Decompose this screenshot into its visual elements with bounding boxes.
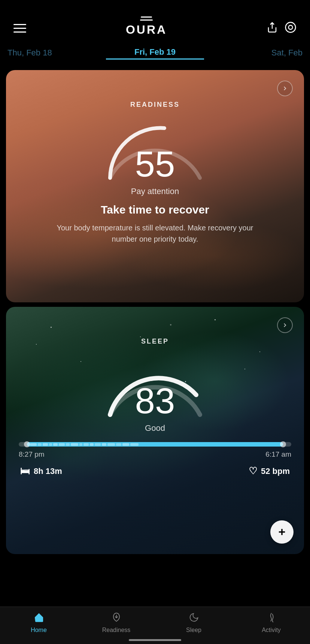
header-actions bbox=[267, 21, 297, 35]
nav-sleep[interactable]: Sleep bbox=[155, 612, 232, 634]
prev-date[interactable]: Thu, Feb 18 bbox=[0, 46, 106, 59]
heart-rate-stat: ♡ 52 bpm bbox=[249, 465, 290, 477]
home-indicator bbox=[129, 639, 181, 641]
app-header: OURA bbox=[0, 0, 310, 43]
menu-button[interactable] bbox=[13, 24, 26, 33]
readiness-status: Pay attention bbox=[17, 187, 293, 196]
ring-button[interactable] bbox=[285, 21, 297, 35]
readiness-card-header bbox=[17, 81, 293, 96]
bed-icon: 🛏 bbox=[20, 465, 30, 477]
sleep-card-header bbox=[17, 317, 293, 333]
heart-icon: ♡ bbox=[249, 465, 257, 477]
plus-icon bbox=[277, 527, 287, 537]
sleep-card[interactable]: SLEEP 83 Good bbox=[6, 307, 304, 554]
nav-readiness[interactable]: Readiness bbox=[78, 612, 155, 634]
readiness-section-label: READINESS bbox=[17, 101, 293, 109]
home-icon bbox=[33, 612, 45, 625]
heart-rate: 52 bpm bbox=[261, 466, 290, 476]
sleep-icon bbox=[189, 612, 199, 625]
share-button[interactable] bbox=[267, 22, 278, 34]
svg-point-1 bbox=[286, 22, 296, 33]
date-navigation: Thu, Feb 18 Fri, Feb 19 Sat, Feb bbox=[0, 43, 310, 66]
readiness-gauge: 55 bbox=[17, 116, 293, 184]
timeline-start-dot bbox=[24, 441, 30, 447]
sleep-detail-button[interactable] bbox=[277, 317, 293, 333]
bottom-navigation: Home Readiness Sleep Activity bbox=[0, 607, 310, 644]
sleep-duration-stat: 🛏 8h 13m bbox=[20, 465, 62, 477]
readiness-detail-button[interactable] bbox=[277, 81, 293, 96]
nav-activity[interactable]: Activity bbox=[232, 612, 310, 634]
timeline-times: 8:27 pm 6:17 am bbox=[19, 450, 291, 459]
timeline-track bbox=[19, 442, 291, 447]
nav-sleep-label: Sleep bbox=[186, 627, 201, 634]
timeline-fill bbox=[27, 442, 283, 447]
sleep-timeline: 8:27 pm 6:17 am bbox=[17, 442, 293, 459]
nav-home-label: Home bbox=[31, 627, 47, 634]
activity-icon bbox=[266, 612, 277, 625]
sleep-score: 83 bbox=[135, 383, 175, 419]
nav-readiness-label: Readiness bbox=[102, 627, 131, 634]
cards-container: READINESS 55 Pay attention Take time to … bbox=[0, 66, 310, 559]
current-date[interactable]: Fri, Feb 19 bbox=[106, 46, 204, 60]
nav-activity-label: Activity bbox=[262, 627, 281, 634]
sleep-start-time: 8:27 pm bbox=[19, 450, 45, 459]
timeline-end-dot bbox=[280, 441, 286, 447]
add-button[interactable] bbox=[270, 520, 294, 544]
readiness-description: Your body temperature is still elevated.… bbox=[54, 222, 256, 245]
readiness-card-inner: READINESS 55 Pay attention Take time to … bbox=[6, 70, 304, 258]
nav-home[interactable]: Home bbox=[0, 612, 78, 634]
sleep-section-label: SLEEP bbox=[17, 338, 293, 345]
svg-point-2 bbox=[289, 25, 293, 30]
app-logo: OURA bbox=[126, 19, 167, 37]
readiness-icon bbox=[111, 612, 122, 625]
sleep-card-inner: SLEEP 83 Good bbox=[6, 307, 304, 490]
next-date[interactable]: Sat, Feb bbox=[204, 46, 310, 59]
sleep-status: Good bbox=[17, 423, 293, 433]
sleep-gauge: 83 bbox=[17, 353, 293, 420]
readiness-card[interactable]: READINESS 55 Pay attention Take time to … bbox=[6, 70, 304, 302]
sleep-end-time: 6:17 am bbox=[265, 450, 291, 459]
readiness-headline: Take time to recover bbox=[17, 202, 293, 217]
readiness-score: 55 bbox=[135, 146, 175, 182]
sleep-stats: 🛏 8h 13m ♡ 52 bpm bbox=[17, 465, 293, 477]
sleep-duration: 8h 13m bbox=[34, 466, 62, 476]
